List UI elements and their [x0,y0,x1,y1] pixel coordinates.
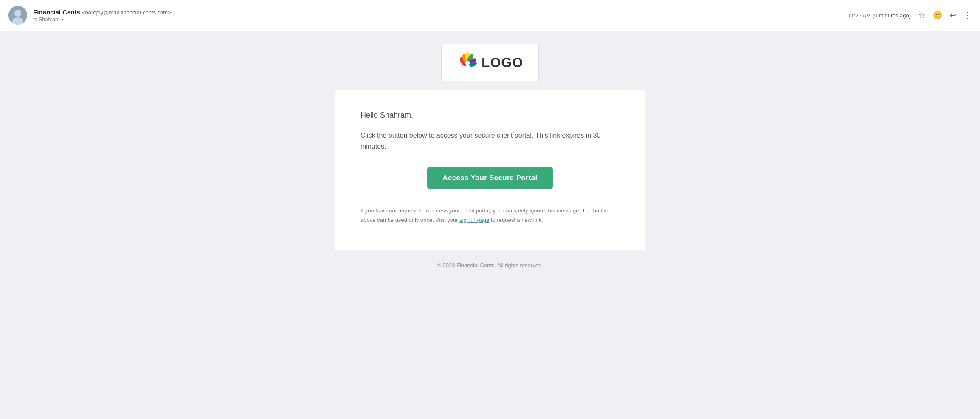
sender-info: Financial Cents <noreply@mail.financial-… [33,8,171,23]
email-greeting: Hello Shahram, [360,111,620,120]
logo-container: LOGO [8,44,972,81]
sender-section: Financial Cents <noreply@mail.financial-… [8,6,171,25]
email-footer: © 2023 Financial Cents. All rights reser… [8,262,972,269]
reply-icon[interactable]: ↩ [950,11,956,20]
star-icon[interactable]: ☆ [918,11,925,20]
button-row: Access Your Secure Portal [360,167,620,189]
avatar [8,6,27,25]
emoji-icon[interactable]: 🙂 [933,11,942,20]
access-portal-button[interactable]: Access Your Secure Portal [427,167,552,189]
svg-point-9 [465,61,470,65]
sender-email: <noreply@mail.financial-cents.com> [82,9,171,16]
email-card: Hello Shahram, Click the button below to… [335,90,645,250]
email-actions: 11:26 AM (0 minutes ago) ☆ 🙂 ↩ ⋮ [848,11,972,20]
sign-in-page-link[interactable]: sign in page [459,217,489,223]
email-footer-note: If you have not requested to access your… [360,206,620,225]
email-body: LOGO Hello Shahram, Click the button bel… [0,31,980,419]
logo-flower-icon [457,52,478,73]
email-timestamp: 11:26 AM (0 minutes ago) [848,12,911,19]
sender-name: Financial Cents <noreply@mail.financial-… [33,8,171,16]
recipient-line: to Shahram ▾ [33,17,171,23]
logo-text: LOGO [482,55,523,71]
svg-point-1 [14,10,21,17]
logo-box: LOGO [441,44,539,81]
email-header: Financial Cents <noreply@mail.financial-… [0,0,980,31]
email-body-text: Click the button below to access your se… [360,130,620,152]
more-options-icon[interactable]: ⋮ [964,11,972,20]
chevron-down-icon[interactable]: ▾ [61,17,63,22]
